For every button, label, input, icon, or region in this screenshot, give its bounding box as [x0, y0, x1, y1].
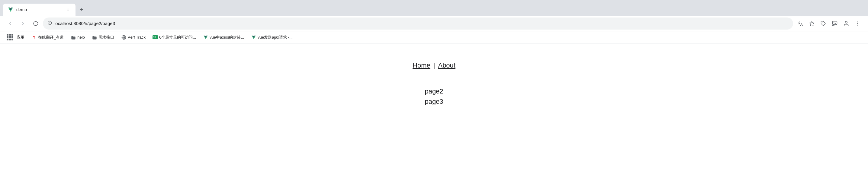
vue-axios-icon: [203, 35, 208, 40]
title-bar: demo × +: [0, 0, 868, 16]
svg-point-9: [858, 25, 858, 25]
bookmark-youdao-label: 在线翻译_有道: [38, 35, 64, 40]
tab-bar: demo × +: [3, 0, 865, 16]
apps-icon: [7, 34, 14, 41]
tab-favicon: [8, 7, 13, 12]
globe-icon: [121, 35, 126, 40]
folder-icon-2: [92, 35, 97, 40]
youdao-icon: Y: [32, 35, 36, 40]
bookmark-youdao[interactable]: Y 在线翻译_有道: [29, 34, 67, 41]
folder-icon: [71, 35, 76, 40]
bookmark-vue-ajax[interactable]: vue发送ajax请求 -...: [248, 34, 296, 41]
bookmark-help[interactable]: help: [68, 34, 88, 41]
menu-button[interactable]: [852, 18, 863, 29]
reload-button[interactable]: [30, 18, 41, 29]
url-text: localhost:8080/#/page2/page3: [54, 21, 788, 26]
bookmark-xuqiu-label: 需求接口: [98, 35, 114, 40]
bookmark-vue-axios-label: vue中axios的封装...: [210, 35, 244, 40]
bookmark-vue-axios[interactable]: vue中axios的封装...: [200, 34, 247, 41]
bookmarks-bar: 应用 Y 在线翻译_有道 help 需求接口: [0, 31, 868, 43]
bookmark-xuqiu[interactable]: 需求接口: [89, 34, 117, 41]
tab-close-button[interactable]: ×: [65, 7, 71, 12]
bookmark-perftrack[interactable]: Perf Track: [118, 34, 149, 41]
extensions-button[interactable]: [818, 18, 829, 29]
nav-links: Home | About: [412, 62, 456, 69]
back-button[interactable]: [5, 18, 16, 29]
forward-button[interactable]: [18, 18, 28, 29]
bookmark-apps-label: 应用: [17, 35, 25, 40]
vue-ajax-icon: [251, 35, 256, 40]
about-link[interactable]: About: [438, 62, 456, 69]
svg-point-7: [858, 22, 858, 22]
page-item-1: page2: [425, 87, 443, 95]
sl-icon: SL: [153, 35, 158, 40]
bookmark-vue-ajax-label: vue发送ajax请求 -...: [258, 35, 293, 40]
bookmark-perftrack-label: Perf Track: [128, 35, 146, 39]
new-tab-button[interactable]: +: [77, 5, 86, 14]
bookmark-sl-label: 6个最常见的可访问...: [159, 35, 196, 40]
home-link[interactable]: Home: [412, 62, 430, 69]
browser-chrome: demo × +: [0, 0, 868, 43]
security-icon: [48, 21, 52, 26]
profile-button[interactable]: [841, 18, 852, 29]
star-button[interactable]: [806, 18, 817, 29]
page-content: Home | About page2 page3: [0, 43, 868, 190]
svg-point-8: [858, 23, 858, 24]
bookmark-help-label: help: [77, 35, 85, 39]
toolbar-right: [795, 18, 863, 29]
cast-button[interactable]: [829, 18, 840, 29]
svg-marker-3: [810, 21, 814, 25]
page-item-2: page3: [425, 98, 443, 106]
translate-button[interactable]: [795, 18, 806, 29]
address-bar[interactable]: localhost:8080/#/page2/page3: [43, 17, 793, 30]
toolbar: localhost:8080/#/page2/page3: [0, 16, 868, 31]
bookmark-apps[interactable]: 应用: [4, 33, 28, 42]
bookmark-sl[interactable]: SL 6个最常见的可访问...: [150, 34, 199, 41]
svg-point-6: [845, 21, 847, 23]
nav-separator: |: [433, 62, 435, 69]
page-list: page2 page3: [425, 87, 443, 106]
tab-title: demo: [16, 7, 62, 12]
active-tab[interactable]: demo ×: [3, 4, 75, 16]
